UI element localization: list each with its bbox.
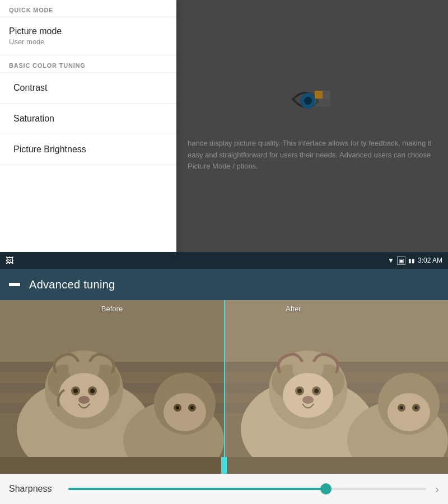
slider-label: Sharpness xyxy=(9,484,59,494)
svg-point-52 xyxy=(388,393,430,431)
picture-mode-item[interactable]: Picture mode User mode xyxy=(0,17,176,55)
slider-area: Sharpness › xyxy=(0,474,448,504)
slider-fill xyxy=(68,488,326,490)
sharpness-slider[interactable] xyxy=(68,488,426,490)
before-image: Before xyxy=(0,300,224,474)
picture-brightness-item[interactable]: Picture Brightness xyxy=(0,134,176,165)
slider-thumb[interactable] xyxy=(320,483,332,494)
saturation-item[interactable]: Saturation xyxy=(0,104,176,134)
bottom-status-bar: 🖼 ▼ ▣ ▮▮ 3:02 AM xyxy=(0,252,448,269)
bottom-status-icons: ▼ ▣ ▮▮ 3:02 AM xyxy=(388,256,442,265)
svg-point-49 xyxy=(302,396,314,404)
svg-point-48 xyxy=(314,389,319,393)
after-image: After xyxy=(224,300,448,474)
svg-point-26 xyxy=(164,393,206,431)
bottom-hamburger-line-3 xyxy=(9,285,20,286)
bottom-wifi-icon: ▼ xyxy=(388,256,394,264)
bottom-app-title: Advanced tuning xyxy=(29,278,115,291)
navigation-drawer: QUICK MODE Picture mode User mode BASIC … xyxy=(0,0,176,252)
bottom-app-bar: Advanced tuning xyxy=(0,269,448,300)
comparison-divider[interactable] xyxy=(224,300,225,474)
svg-point-47 xyxy=(297,389,302,393)
picture-mode-label: Picture mode xyxy=(9,26,167,36)
quick-mode-header: QUICK MODE xyxy=(0,0,176,17)
before-label: Before xyxy=(101,305,123,313)
svg-point-22 xyxy=(90,389,95,393)
svg-rect-57 xyxy=(224,457,448,474)
top-panel: 🖼 ▼ ▣ ▮▮ 3:01 AM Advanced tuning QUICK M… xyxy=(0,0,448,252)
svg-point-21 xyxy=(73,389,78,393)
contrast-item[interactable]: Contrast xyxy=(0,73,176,104)
svg-point-56 xyxy=(414,406,418,409)
comparison-handle[interactable] xyxy=(221,457,227,474)
comparison-area: Before xyxy=(0,300,448,474)
svg-point-30 xyxy=(190,406,194,409)
slider-arrow[interactable]: › xyxy=(435,483,439,496)
bottom-signal-icon: ▣ xyxy=(397,256,405,265)
after-label: After xyxy=(286,305,386,313)
svg-rect-31 xyxy=(0,457,224,474)
bottom-battery-icon: ▮▮ xyxy=(408,258,415,264)
bottom-time: 3:02 AM xyxy=(418,256,442,264)
user-mode-label: User mode xyxy=(9,38,167,46)
svg-point-18 xyxy=(59,373,109,418)
bottom-hamburger-button[interactable] xyxy=(9,283,20,286)
bottom-image-icon: 🖼 xyxy=(6,256,13,265)
bottom-panel: 🖼 ▼ ▣ ▮▮ 3:02 AM Advanced tuning xyxy=(0,252,448,504)
svg-point-55 xyxy=(400,406,403,409)
svg-point-23 xyxy=(78,396,90,404)
bottom-status-left: 🖼 xyxy=(6,256,13,265)
svg-point-44 xyxy=(283,373,333,418)
svg-point-29 xyxy=(176,406,179,409)
basic-color-header: BASIC COLOR TUNING xyxy=(0,55,176,73)
